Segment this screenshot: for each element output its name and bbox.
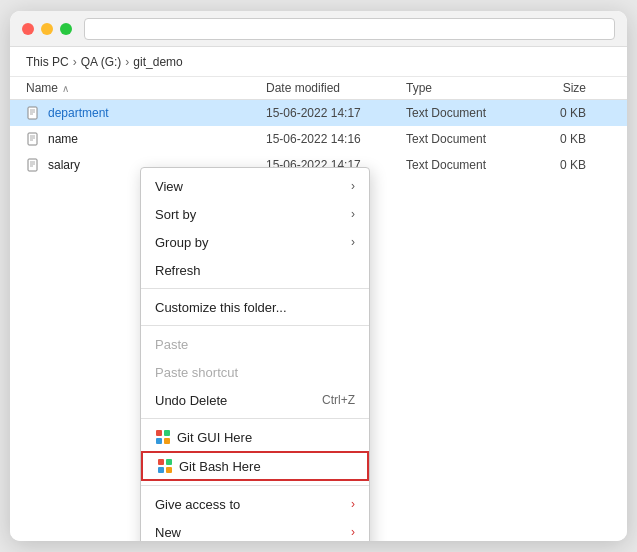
breadcrumb-this-pc[interactable]: This PC xyxy=(26,55,69,69)
menu-item-label: New xyxy=(155,525,347,540)
context-menu-give-access[interactable]: Give access to › xyxy=(141,490,369,518)
breadcrumb: This PC › QA (G:) › git_demo xyxy=(10,47,627,77)
title-bar xyxy=(10,11,627,47)
file-name: name xyxy=(48,132,266,146)
svg-rect-17 xyxy=(166,459,172,465)
menu-item-label: Paste xyxy=(155,337,355,352)
col-header-size[interactable]: Size xyxy=(526,81,586,95)
breadcrumb-folder[interactable]: git_demo xyxy=(133,55,182,69)
svg-rect-14 xyxy=(156,438,162,444)
file-size: 0 KB xyxy=(526,158,586,172)
file-icon xyxy=(26,131,42,147)
table-row[interactable]: department 15-06-2022 14:17 Text Documen… xyxy=(10,100,627,126)
svg-rect-13 xyxy=(164,430,170,436)
context-menu-sort-by[interactable]: Sort by › xyxy=(141,200,369,228)
file-type: Text Document xyxy=(406,106,526,120)
maximize-button[interactable] xyxy=(60,23,72,35)
svg-rect-15 xyxy=(164,438,170,444)
table-row[interactable]: name 15-06-2022 14:16 Text Document 0 KB xyxy=(10,126,627,152)
file-type: Text Document xyxy=(406,158,526,172)
file-date: 15-06-2022 14:16 xyxy=(266,132,406,146)
git-bash-icon xyxy=(157,458,173,474)
context-menu-undo-delete[interactable]: Undo Delete Ctrl+Z xyxy=(141,386,369,414)
context-menu-customize-folder[interactable]: Customize this folder... xyxy=(141,293,369,321)
menu-item-label: Give access to xyxy=(155,497,347,512)
breadcrumb-sep-1: › xyxy=(73,55,77,69)
git-gui-icon xyxy=(155,429,171,445)
submenu-arrow-icon: › xyxy=(351,497,355,511)
menu-item-label: Sort by xyxy=(155,207,347,222)
minimize-button[interactable] xyxy=(41,23,53,35)
menu-separator xyxy=(141,418,369,419)
svg-rect-0 xyxy=(28,107,37,119)
svg-rect-19 xyxy=(166,467,172,473)
context-menu-refresh[interactable]: Refresh xyxy=(141,256,369,284)
context-menu-paste-shortcut[interactable]: Paste shortcut xyxy=(141,358,369,386)
menu-separator xyxy=(141,325,369,326)
file-type: Text Document xyxy=(406,132,526,146)
file-size: 0 KB xyxy=(526,132,586,146)
menu-item-label: Undo Delete xyxy=(155,393,314,408)
close-button[interactable] xyxy=(22,23,34,35)
menu-item-label: Git GUI Here xyxy=(177,430,355,445)
file-name: department xyxy=(48,106,266,120)
menu-item-label: View xyxy=(155,179,347,194)
svg-rect-12 xyxy=(156,430,162,436)
column-headers: Name ∧ Date modified Type Size xyxy=(10,77,627,100)
context-menu-view[interactable]: View › xyxy=(141,172,369,200)
context-menu-new[interactable]: New › xyxy=(141,518,369,541)
menu-item-label: Paste shortcut xyxy=(155,365,355,380)
menu-item-label: Customize this folder... xyxy=(155,300,355,315)
menu-separator xyxy=(141,288,369,289)
submenu-arrow-icon: › xyxy=(351,207,355,221)
svg-rect-16 xyxy=(158,459,164,465)
file-size: 0 KB xyxy=(526,106,586,120)
menu-item-label: Git Bash Here xyxy=(179,459,353,474)
context-menu-group-by[interactable]: Group by › xyxy=(141,228,369,256)
svg-rect-8 xyxy=(28,159,37,171)
svg-rect-4 xyxy=(28,133,37,145)
menu-item-shortcut: Ctrl+Z xyxy=(322,393,355,407)
file-icon xyxy=(26,157,42,173)
address-bar[interactable] xyxy=(84,18,615,40)
col-header-name[interactable]: Name ∧ xyxy=(26,81,266,95)
context-menu-git-gui[interactable]: Git GUI Here xyxy=(141,423,369,451)
traffic-lights xyxy=(22,23,72,35)
submenu-arrow-icon: › xyxy=(351,525,355,539)
file-area: Name ∧ Date modified Type Size departmen… xyxy=(10,77,627,541)
breadcrumb-sep-2: › xyxy=(125,55,129,69)
context-menu-git-bash[interactable]: Git Bash Here xyxy=(141,451,369,481)
menu-separator xyxy=(141,485,369,486)
col-header-type[interactable]: Type xyxy=(406,81,526,95)
menu-item-label: Group by xyxy=(155,235,347,250)
submenu-arrow-icon: › xyxy=(351,179,355,193)
file-explorer-window: This PC › QA (G:) › git_demo Name ∧ Date… xyxy=(10,11,627,541)
sort-arrow-icon: ∧ xyxy=(62,83,69,94)
file-date: 15-06-2022 14:17 xyxy=(266,106,406,120)
context-menu: View › Sort by › Group by › Refresh Cust… xyxy=(140,167,370,541)
breadcrumb-qa[interactable]: QA (G:) xyxy=(81,55,122,69)
file-icon xyxy=(26,105,42,121)
context-menu-paste[interactable]: Paste xyxy=(141,330,369,358)
menu-item-label: Refresh xyxy=(155,263,355,278)
col-header-date[interactable]: Date modified xyxy=(266,81,406,95)
submenu-arrow-icon: › xyxy=(351,235,355,249)
svg-rect-18 xyxy=(158,467,164,473)
